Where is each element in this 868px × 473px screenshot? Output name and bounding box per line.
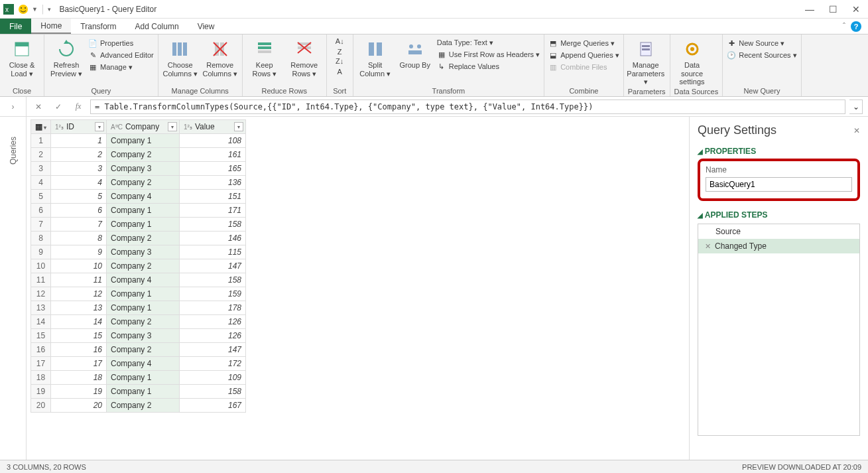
advanced-editor-button[interactable]: ✎Advanced Editor	[88, 50, 154, 60]
table-row[interactable]: 4 4 Company 2 136	[31, 176, 246, 190]
replace-values-button[interactable]: ↳Replace Values	[437, 62, 540, 71]
query-name-input[interactable]	[706, 177, 852, 192]
first-row-headers-button[interactable]: ▦Use First Row as Headers ▾	[437, 50, 540, 59]
formula-input[interactable]	[90, 100, 845, 114]
queries-panel-toggle[interactable]: ›	[0, 97, 27, 116]
table-row[interactable]: 5 5 Company 4 151	[31, 190, 246, 204]
tab-transform[interactable]: Transform	[71, 19, 125, 34]
data-source-settings-button[interactable]: Data source settings	[674, 37, 710, 86]
ribbon: Close & Load ▾ Close Refresh Preview ▾ 📄…	[0, 34, 868, 97]
group-new-query: New Query	[727, 86, 796, 95]
table-row[interactable]: 20 20 Company 2 167	[31, 399, 246, 413]
close-load-button[interactable]: Close & Load ▾	[4, 37, 40, 78]
sort-asc-button[interactable]: A↓Z	[336, 37, 344, 56]
manage-button[interactable]: ▦Manage ▾	[88, 62, 154, 72]
properties-section: PROPERTIES	[698, 147, 860, 156]
merge-queries-button[interactable]: ⬒Merge Queries ▾	[548, 38, 619, 48]
ribbon-tabs: File Home Transform Add Column View ˆ ?	[0, 19, 868, 34]
table-row[interactable]: 7 7 Company 1 158	[31, 218, 246, 232]
minimize-button[interactable]: —	[805, 4, 814, 15]
settings-title: Query Settings	[698, 123, 776, 137]
window-title: BasicQuery1 - Query Editor	[59, 5, 156, 14]
data-grid[interactable]: ▦▾ 1²₃ID▾ AᴮCCompany▾ 1²₃Value▾ 1 1 Comp…	[27, 117, 689, 460]
applied-step[interactable]: Source	[698, 224, 859, 239]
choose-columns-button[interactable]: Choose Columns ▾	[162, 37, 198, 78]
smiley-icon[interactable]	[17, 3, 29, 15]
group-close: Close	[4, 86, 40, 95]
applied-steps-section: APPLIED STEPS	[698, 210, 860, 220]
svg-point-24	[409, 44, 413, 48]
cancel-formula-button[interactable]: ✕	[31, 100, 46, 114]
table-row[interactable]: 18 18 Company 1 109	[31, 371, 246, 385]
svg-rect-6	[15, 42, 29, 46]
status-left: 3 COLUMNS, 20 ROWS	[7, 463, 86, 471]
remove-rows-button[interactable]: Remove Rows ▾	[286, 37, 322, 78]
close-settings-button[interactable]: ✕	[853, 126, 860, 135]
filter-icon[interactable]: ▾	[234, 122, 243, 131]
table-row[interactable]: 9 9 Company 3 115	[31, 245, 246, 259]
properties-button[interactable]: 📄Properties	[88, 38, 154, 48]
refresh-preview-button[interactable]: Refresh Preview ▾	[48, 37, 84, 78]
svg-point-31	[690, 47, 694, 51]
query-settings-panel: Query Settings ✕ PROPERTIES Name APPLIED…	[689, 117, 868, 460]
table-row[interactable]: 11 11 Company 4 158	[31, 273, 246, 287]
svg-point-2	[19, 5, 28, 14]
table-row[interactable]: 14 14 Company 2 126	[31, 315, 246, 329]
split-column-button[interactable]: Split Column ▾	[357, 37, 393, 78]
column-header-id[interactable]: 1²₃ID▾	[51, 120, 107, 134]
group-by-button[interactable]: Group By	[397, 37, 433, 70]
new-source-button[interactable]: ✚New Source ▾	[727, 38, 796, 48]
filter-icon[interactable]: ▾	[95, 122, 104, 131]
group-reduce-rows: Reduce Rows	[247, 86, 322, 95]
table-row[interactable]: 19 19 Company 1 158	[31, 385, 246, 399]
tab-add-column[interactable]: Add Column	[126, 19, 188, 34]
remove-columns-button[interactable]: Remove Columns ▾	[202, 37, 238, 78]
table-row[interactable]: 1 1 Company 1 108	[31, 134, 246, 148]
tab-home[interactable]: Home	[31, 19, 71, 34]
tab-view[interactable]: View	[188, 19, 224, 34]
applied-steps-list: Source✕Changed Type	[698, 224, 860, 436]
data-type-button[interactable]: Data Type: Text ▾	[437, 38, 540, 47]
table-row[interactable]: 17 17 Company 4 172	[31, 357, 246, 371]
help-icon[interactable]: ?	[851, 21, 861, 32]
svg-rect-29	[642, 48, 650, 50]
svg-rect-9	[178, 42, 182, 56]
filter-icon[interactable]: ▾	[168, 122, 177, 131]
group-sort: Sort	[331, 86, 349, 95]
close-window-button[interactable]: ✕	[852, 4, 860, 15]
table-row[interactable]: 8 8 Company 2 146	[31, 232, 246, 245]
svg-marker-7	[64, 40, 69, 44]
qat-overflow[interactable]: ▾	[48, 6, 51, 13]
table-options-button[interactable]: ▦▾	[31, 120, 51, 134]
group-manage-columns: Manage Columns	[162, 86, 238, 95]
accept-formula-button[interactable]: ✓	[50, 100, 66, 114]
delete-step-icon[interactable]: ✕	[705, 242, 711, 250]
sort-desc-button[interactable]: Z↓A	[336, 57, 343, 76]
qat-dropdown[interactable]: ▼	[32, 6, 38, 13]
table-row[interactable]: 10 10 Company 2 147	[31, 259, 246, 273]
status-bar: 3 COLUMNS, 20 ROWS PREVIEW DOWNLOADED AT…	[0, 460, 868, 473]
keep-rows-button[interactable]: Keep Rows ▾	[247, 37, 282, 78]
table-row[interactable]: 12 12 Company 1 159	[31, 287, 246, 301]
column-header-company[interactable]: AᴮCCompany▾	[107, 120, 180, 134]
svg-rect-16	[258, 46, 271, 49]
applied-step[interactable]: ✕Changed Type	[698, 239, 859, 253]
append-queries-button[interactable]: ⬓Append Queries ▾	[548, 50, 619, 60]
table-row[interactable]: 6 6 Company 1 171	[31, 204, 246, 218]
maximize-button[interactable]: ☐	[829, 4, 837, 15]
svg-point-4	[25, 7, 26, 9]
column-header-value[interactable]: 1²₃Value▾	[180, 120, 246, 134]
combine-files-button: ▥Combine Files	[548, 62, 619, 72]
recent-sources-button[interactable]: 🕑Recent Sources ▾	[727, 50, 796, 60]
table-row[interactable]: 2 2 Company 2 161	[31, 148, 246, 162]
svg-rect-28	[642, 45, 650, 47]
table-row[interactable]: 15 15 Company 3 126	[31, 329, 246, 343]
queries-side-panel[interactable]: Queries	[0, 117, 27, 460]
formula-expand-button[interactable]: ⌄	[849, 100, 863, 114]
tab-file[interactable]: File	[0, 19, 31, 34]
manage-parameters-button[interactable]: Manage Parameters ▾	[628, 37, 664, 86]
table-row[interactable]: 13 13 Company 1 178	[31, 301, 246, 315]
collapse-ribbon-button[interactable]: ˆ	[843, 22, 845, 31]
table-row[interactable]: 3 3 Company 3 165	[31, 162, 246, 176]
table-row[interactable]: 16 16 Company 2 147	[31, 343, 246, 357]
